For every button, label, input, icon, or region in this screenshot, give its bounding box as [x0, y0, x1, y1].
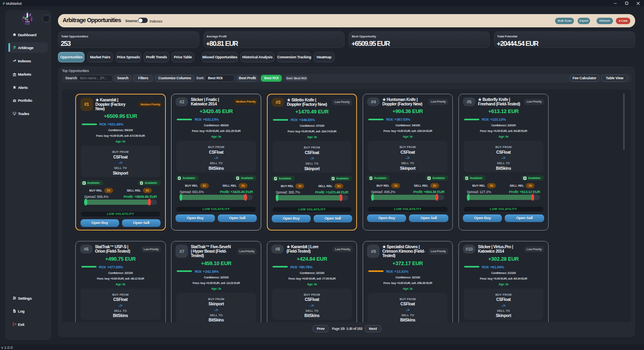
svg-text:MARKET: MARKET: [25, 23, 30, 24]
svg-text:CS2: CS2: [25, 21, 29, 23]
